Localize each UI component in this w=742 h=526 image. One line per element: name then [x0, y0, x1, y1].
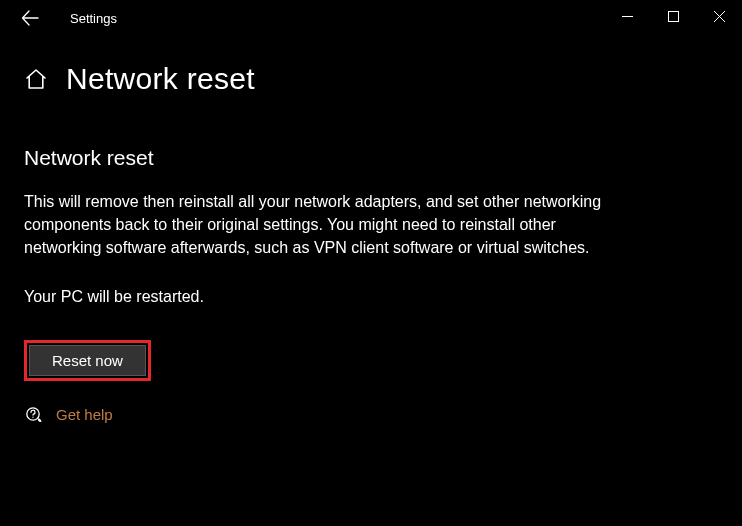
maximize-button[interactable]: [650, 0, 696, 32]
restart-note: Your PC will be restarted.: [24, 288, 718, 306]
close-icon: [714, 11, 725, 22]
maximize-icon: [668, 11, 679, 22]
section-heading: Network reset: [24, 146, 718, 170]
arrow-left-icon: [21, 9, 39, 27]
window-controls: [604, 0, 742, 32]
svg-rect-1: [668, 11, 678, 21]
get-help-link[interactable]: Get help: [56, 406, 113, 423]
page-title: Network reset: [66, 62, 255, 96]
home-icon: [24, 67, 48, 91]
app-name: Settings: [70, 11, 117, 26]
minimize-icon: [622, 11, 633, 22]
help-row: Get help: [24, 405, 718, 425]
description-text: This will remove then reinstall all your…: [24, 190, 634, 260]
help-icon: [24, 405, 44, 425]
content-area: Network reset Network reset This will re…: [0, 36, 742, 425]
minimize-button[interactable]: [604, 0, 650, 32]
close-button[interactable]: [696, 0, 742, 32]
page-header: Network reset: [24, 62, 718, 96]
reset-button-highlight: Reset now: [24, 340, 151, 381]
titlebar: Settings: [0, 0, 742, 36]
reset-now-button[interactable]: Reset now: [29, 345, 146, 376]
back-button[interactable]: [12, 0, 48, 36]
